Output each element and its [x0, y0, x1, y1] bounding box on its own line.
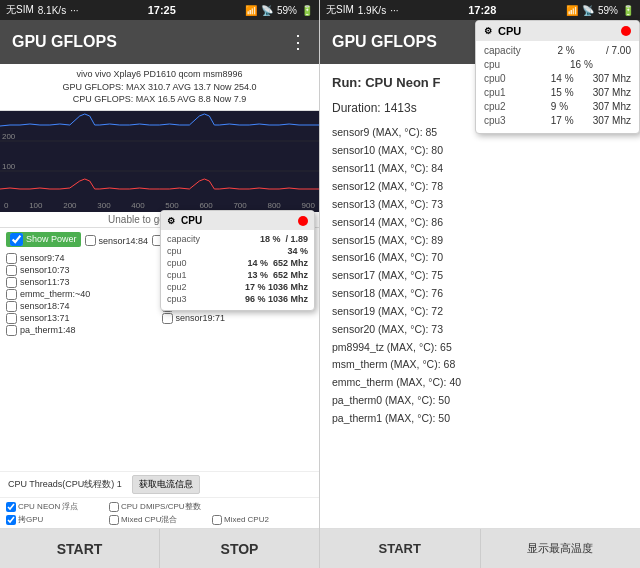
cpu-icon-right: ⚙ [484, 26, 492, 36]
stop-button-left[interactable]: STOP [159, 529, 319, 568]
battery-right: 59% [598, 5, 618, 16]
show-power-label: Show Power [26, 234, 77, 244]
cpu-popup-title-left: CPU [181, 215, 202, 226]
signal-icon-left: 📶 [245, 5, 257, 16]
svg-text:200: 200 [2, 132, 16, 141]
right-panel-inner: 无SIM 1.9K/s ··· 17:28 📶 📡 59% 🔋 GPU GFLO… [320, 0, 640, 568]
sensor-row: sensor11 (MAX, °C): 84 [332, 160, 628, 178]
time-left: 17:25 [148, 4, 176, 16]
threads-row: CPU Threads(CPU线程数) 1 获取电流信息 [0, 471, 319, 497]
sensor-row: sensor20 (MAX, °C): 73 [332, 321, 628, 339]
bottom-buttons-left: START STOP [0, 528, 319, 568]
mixed-cpu2-opt[interactable]: Mixed CPU2 [212, 514, 313, 525]
sensor-row: pm8994_tz (MAX, °C): 65 [332, 339, 628, 357]
battery-left: 59% [277, 5, 297, 16]
left-panel: 无SIM 8.1K/s ··· 17:25 📶 📡 59% 🔋 GPU GFLO… [0, 0, 320, 568]
sensor-row: pa_therm0 (MAX, °C): 50 [332, 392, 628, 410]
status-bar-left: 无SIM 8.1K/s ··· 17:25 📶 📡 59% 🔋 [0, 0, 319, 20]
cpu-popup-body-left: capacity 18 % / 1.89 cpu 34 % cpu0 14 % … [161, 230, 314, 310]
sensor-row: sensor10 (MAX, °C): 80 [332, 142, 628, 160]
right-panel: 无SIM 1.9K/s ··· 17:28 📶 📡 59% 🔋 GPU GFLO… [320, 0, 640, 568]
sensors-container: sensor9 (MAX, °C): 85sensor10 (MAX, °C):… [332, 124, 628, 427]
sensor-row: sensor12 (MAX, °C): 78 [332, 178, 628, 196]
bottom-buttons-right: START 显示最高温度 [320, 528, 640, 568]
speed-left: 8.1K/s [38, 5, 66, 16]
sensor-row: msm_therm (MAX, °C): 68 [332, 356, 628, 374]
device-line3: CPU GFLOPS: MAX 16.5 AVG 8.8 Now 7.9 [8, 93, 311, 106]
cpu-popup-left: ⚙ CPU capacity 18 % / 1.89 cpu 34 % cpu0… [160, 210, 315, 311]
cpu-popup-header-left: ⚙ CPU [161, 211, 314, 230]
cpu0-row-left: cpu0 14 % 652 Mhz [167, 258, 308, 268]
r-cpu1-row: cpu1 15 % 307 Mhz [484, 87, 631, 98]
pa1-item[interactable]: pa_therm1:48 [6, 325, 158, 336]
cpu-dmips-opt[interactable]: CPU DMIPS/CPU整数 [109, 501, 210, 512]
sensor14-cb-item[interactable]: sensor14:84 [85, 235, 149, 246]
sensor11-item[interactable]: sensor11:73 [6, 277, 158, 288]
sensor10-item[interactable]: sensor10:73 [6, 265, 158, 276]
battery-icon-right: 🔋 [622, 5, 634, 16]
status-left: 无SIM 8.1K/s ··· [6, 3, 78, 17]
start-button-left[interactable]: START [0, 529, 159, 568]
cpu-options: CPU NEON 浮点 CPU DMIPS/CPU整数 拷GPU Mixed C… [0, 497, 319, 528]
cpu-popup-dot-left[interactable] [298, 216, 308, 226]
status-right-left: 📶 📡 59% 🔋 [245, 5, 313, 16]
cpu-icon-left: ⚙ [167, 216, 175, 226]
device-line2: GPU GFLOPS: MAX 310.7 AVG 13.7 Now 254.0 [8, 81, 311, 94]
sensor-row: sensor15 (MAX, °C): 89 [332, 232, 628, 250]
sensor14-label: sensor14:84 [99, 236, 149, 246]
cpu2-row-left: cpu2 17 % 1036 Mhz [167, 282, 308, 292]
r-cpu-row: cpu 16 % [484, 59, 631, 70]
device-info: vivo vivo Xplay6 PD1610 qcom msm8996 GPU… [0, 64, 319, 111]
app-title-left: GPU GFLOPS [12, 33, 117, 51]
cpu-popup-title-right: CPU [498, 25, 521, 37]
sensor13-item[interactable]: sensor13:71 [6, 313, 158, 324]
cpu-popup-dot-right[interactable] [621, 26, 631, 36]
sensor9-item[interactable]: sensor9:74 [6, 253, 158, 264]
device-line1: vivo vivo Xplay6 PD1610 qcom msm8996 [8, 68, 311, 81]
sensor19-item[interactable]: sensor19:71 [162, 313, 314, 324]
chart-area-left: 200 100 [0, 111, 319, 201]
copy-gpu-opt[interactable]: 拷GPU [6, 514, 107, 525]
start-button-right[interactable]: START [320, 529, 480, 568]
sensor-row: sensor19 (MAX, °C): 72 [332, 303, 628, 321]
cpu-total-row: cpu 34 % [167, 246, 308, 256]
get-current-btn[interactable]: 获取电流信息 [132, 475, 200, 494]
status-bar-right: 无SIM 1.9K/s ··· 17:28 📶 📡 59% 🔋 [320, 0, 640, 20]
cpu-popup-body-right: capacity 2 % / 7.00 cpu 16 % cpu0 14 % 3… [476, 41, 639, 133]
sensor18-item[interactable]: sensor18:74 [6, 301, 158, 312]
sensor-row: sensor16 (MAX, °C): 70 [332, 249, 628, 267]
app-header-left: GPU GFLOPS ⋮ [0, 20, 319, 64]
show-power-checkbox[interactable] [10, 233, 23, 246]
wifi-icon-right: 📡 [582, 5, 594, 16]
sensor-row: sensor18 (MAX, °C): 76 [332, 285, 628, 303]
cpu3-row-left: cpu3 96 % 1036 Mhz [167, 294, 308, 304]
wifi-icon-left: 📡 [261, 5, 273, 16]
sensor-row: sensor17 (MAX, °C): 75 [332, 267, 628, 285]
show-power-checkbox-row[interactable]: Show Power [6, 232, 81, 247]
show-max-button[interactable]: 显示最高温度 [480, 529, 641, 568]
dots-left: ··· [70, 5, 78, 16]
carrier-left: 无SIM [6, 3, 34, 17]
emmc-item[interactable]: emmc_therm:~40 [6, 289, 158, 300]
sensor-row: sensor13 (MAX, °C): 73 [332, 196, 628, 214]
app-title-right: GPU GFLOPS [332, 33, 437, 51]
cpu-popup-right: ⚙ CPU capacity 2 % / 7.00 cpu 16 % cpu0 [475, 20, 640, 134]
cpu-neon-opt[interactable]: CPU NEON 浮点 [6, 501, 107, 512]
menu-icon-left[interactable]: ⋮ [289, 31, 307, 53]
dots-right: ··· [390, 5, 398, 16]
cpu-capacity-row: capacity 18 % / 1.89 [167, 234, 308, 244]
threads-label: CPU Threads(CPU线程数) 1 [8, 479, 122, 489]
r-cpu3-row: cpu3 17 % 307 Mhz [484, 115, 631, 126]
sensor-row: pa_therm1 (MAX, °C): 50 [332, 410, 628, 428]
cpu-popup-header-right: ⚙ CPU [476, 21, 639, 41]
r-cpu2-row: cpu2 9 % 307 Mhz [484, 101, 631, 112]
sensor-row: emmc_therm (MAX, °C): 40 [332, 374, 628, 392]
mixed-cpu-opt[interactable]: Mixed CPU混合 [109, 514, 210, 525]
r-capacity-row: capacity 2 % / 7.00 [484, 45, 631, 56]
carrier-right: 无SIM [326, 3, 354, 17]
svg-text:100: 100 [2, 162, 16, 171]
sensor14-checkbox[interactable] [85, 235, 96, 246]
battery-icon-left: 🔋 [301, 5, 313, 16]
r-cpu0-row: cpu0 14 % 307 Mhz [484, 73, 631, 84]
cpu1-row-left: cpu1 13 % 652 Mhz [167, 270, 308, 280]
